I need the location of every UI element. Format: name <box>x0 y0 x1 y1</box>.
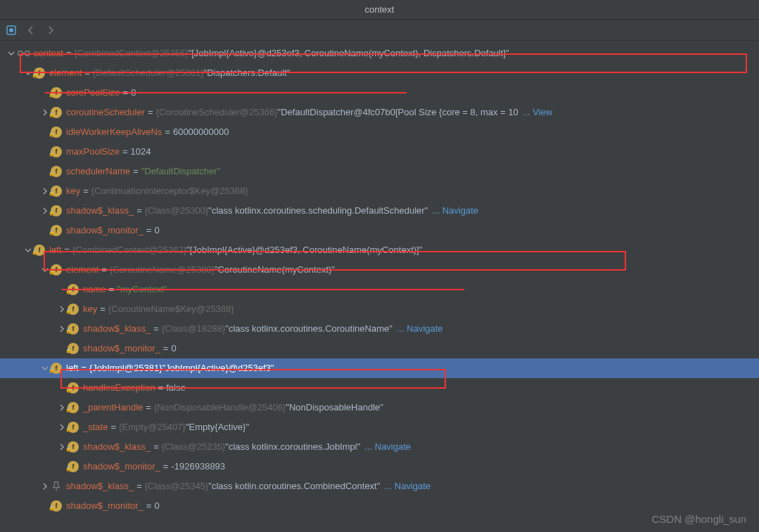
var-name: shadow$_klass_ <box>83 319 151 339</box>
tree-row[interactable]: f🔒idleWorkerKeepAliveNs = 60000000000 <box>0 122 759 142</box>
var-value: "[JobImpl{Active}@d253ef3, CoroutineName… <box>189 44 509 63</box>
tree-row[interactable]: shadow$_klass_ = {Class@25345} "class ko… <box>0 476 759 496</box>
equals: = <box>109 280 115 299</box>
navigate-link[interactable]: ... Navigate <box>384 476 430 496</box>
var-name: shadow$_monitor_ <box>83 339 160 358</box>
tree-row[interactable]: f🔒schedulerName = "DefaultDispatcher" <box>0 162 759 181</box>
var-value: "class kotlinx.coroutines.scheduling.Def… <box>208 201 428 221</box>
field-icon: f🔒 <box>51 146 62 157</box>
var-type: {CoroutineName$Key@25388} <box>108 299 234 319</box>
equals: = <box>136 201 142 221</box>
field-icon: f🔒 <box>51 225 62 236</box>
equals: = <box>100 299 106 319</box>
equals: = <box>101 260 107 280</box>
var-type: {DefaultScheduler@25361} <box>93 63 204 83</box>
chevron-down-icon[interactable] <box>6 50 17 57</box>
svg-point-2 <box>18 51 23 56</box>
chevron-right-icon[interactable] <box>39 483 51 490</box>
tree-row[interactable]: f🔒element = {DefaultScheduler@25361} "Di… <box>0 63 759 83</box>
field-icon: f🔒 <box>68 284 79 295</box>
tree-row[interactable]: f🔒shadow$_klass_ = {Class@25235} "class … <box>0 437 759 457</box>
var-type: {CombinedContext@25362} <box>72 240 186 260</box>
var-value: false <box>166 378 185 398</box>
tree-row[interactable]: f🔒shadow$_monitor_ = 0 <box>0 221 759 240</box>
var-name: context <box>34 44 63 63</box>
equals: = <box>83 181 89 201</box>
field-icon: f🔒 <box>51 186 62 197</box>
navigate-link[interactable]: ... View <box>523 103 552 122</box>
tree-row[interactable]: f🔒left = {CombinedContext@25362} "[JobIm… <box>0 240 759 260</box>
equals: = <box>153 319 159 339</box>
tree-row[interactable]: f🔒shadow$_monitor_ = -1926938893 <box>0 457 759 476</box>
var-name: shadow$_monitor_ <box>66 221 143 240</box>
var-value: "class kotlin.coroutines.CombinedContext… <box>208 476 380 496</box>
var-value: 0 <box>154 221 159 240</box>
var-value: 0 <box>154 496 159 516</box>
tree-row[interactable]: f🔒_parentHandle = {NonDisposableHandle@2… <box>0 398 759 417</box>
equals: = <box>66 44 72 63</box>
tree-row[interactable]: f🔒key = {ContinuationInterceptor$Key@253… <box>0 181 759 201</box>
var-value: -1926938893 <box>171 457 225 476</box>
svg-point-1 <box>9 28 13 32</box>
field-icon: f🔒 <box>68 323 79 335</box>
tree-row[interactable]: f🔒coroutineScheduler = {CoroutineSchedul… <box>0 103 759 122</box>
var-value: "NonDisposableHandle" <box>286 398 383 417</box>
var-value: 0 <box>171 339 176 358</box>
var-value: 1024 <box>130 142 151 162</box>
equals: = <box>123 83 129 103</box>
back-icon[interactable] <box>25 25 37 36</box>
var-name: shadow$_klass_ <box>66 476 134 496</box>
svg-point-3 <box>25 51 30 56</box>
forward-icon[interactable] <box>45 25 56 36</box>
var-value: "JobImpl{Active}@d253ef3" <box>162 358 274 378</box>
navigate-link[interactable]: ... Navigate <box>397 319 443 339</box>
tree-row[interactable]: f🔒_state = {Empty@25407} "Empty{Active}" <box>0 417 759 437</box>
tree-row[interactable]: f🔒shadow$_klass_ = {Class@18288} "class … <box>0 319 759 339</box>
var-name: key <box>83 299 97 319</box>
filter-icon[interactable] <box>6 25 17 36</box>
var-name: corePoolSize <box>66 83 120 103</box>
tree-row[interactable]: f🔒shadow$_monitor_ = 0 <box>0 496 759 516</box>
tree-row[interactable]: f🔒name = "myContext" <box>0 280 759 299</box>
var-value: "DefaultDispatcher" <box>141 162 221 181</box>
var-value: "class kotlinx.coroutines.JobImpl" <box>225 437 360 457</box>
field-icon: f🔒 <box>68 343 79 354</box>
var-name: _state <box>83 417 108 437</box>
tree-row[interactable]: f🔒corePoolSize = 8 <box>0 83 759 103</box>
var-name: shadow$_monitor_ <box>83 457 160 476</box>
equals: = <box>133 162 139 181</box>
field-icon: f🔒 <box>51 87 62 98</box>
equals: = <box>146 496 152 516</box>
var-type: {CoroutineName@25380} <box>110 260 215 280</box>
tree-row[interactable]: f🔒shadow$_klass_ = {Class@25300} "class … <box>0 201 759 221</box>
field-icon: f🔒 <box>51 126 62 138</box>
tree-row[interactable]: context = {CombinedContext@25356} "[JobI… <box>0 44 759 63</box>
field-icon: f🔒 <box>68 461 79 472</box>
equals: = <box>122 142 128 162</box>
navigate-link[interactable]: ... Navigate <box>364 437 411 457</box>
var-type: {NonDisposableHandle@25406} <box>154 398 286 417</box>
pin-icon <box>51 481 62 492</box>
var-name: shadow$_klass_ <box>83 437 151 457</box>
var-value: "CoroutineName(myContext)" <box>215 260 335 280</box>
tree-row[interactable]: f🔒element = {CoroutineName@25380} "Corou… <box>0 260 759 280</box>
var-type: {ContinuationInterceptor$Key@25368} <box>91 181 248 201</box>
var-name: element <box>66 260 98 280</box>
tree-row[interactable]: f🔒left = {JobImpl@25381} "JobImpl{Active… <box>0 358 759 378</box>
var-name: coroutineScheduler <box>66 103 145 122</box>
navigate-link[interactable]: ... Navigate <box>432 201 478 221</box>
tree-row[interactable]: f🔒key = {CoroutineName$Key@25388} <box>0 299 759 319</box>
tree-row[interactable]: f🔒maxPoolSize = 1024 <box>0 142 759 162</box>
field-icon: f🔒 <box>51 166 62 177</box>
var-value: 8 <box>131 83 136 103</box>
field-icon: f🔒 <box>51 205 62 216</box>
tree-row[interactable]: f🔒handlesException = false <box>0 378 759 398</box>
var-name: idleWorkerKeepAliveNs <box>66 122 162 142</box>
field-icon: f🔒 <box>68 304 79 315</box>
var-value: "class kotlinx.coroutines.CoroutineName" <box>225 319 393 339</box>
equals: = <box>81 358 87 378</box>
window-titlebar: context <box>0 0 759 20</box>
variable-tree: context = {CombinedContext@25356} "[JobI… <box>0 41 759 516</box>
var-name: element <box>49 63 82 83</box>
tree-row[interactable]: f🔒shadow$_monitor_ = 0 <box>0 339 759 358</box>
